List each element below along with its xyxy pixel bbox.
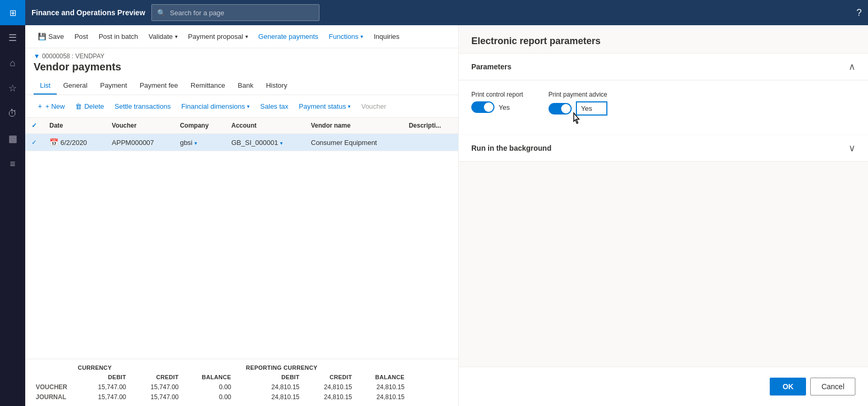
run-bg-expand-icon: ∨ <box>849 142 855 154</box>
panel-header: Electronic report parameters <box>459 25 868 54</box>
right-panel: Electronic report parameters Parameters … <box>458 25 868 406</box>
content-wrapper: 💾 Save Post Post in batch Validate ▾ Pay… <box>25 25 868 406</box>
post-button[interactable]: Post <box>70 29 92 44</box>
grid-icon: ⊞ <box>9 8 16 18</box>
debit-header: DEBIT <box>76 373 128 381</box>
command-bar: 💾 Save Post Post in batch Validate ▾ Pay… <box>25 25 458 48</box>
col-header-description: Descripti... <box>402 118 458 134</box>
tab-list[interactable]: List <box>34 77 57 95</box>
print-control-report-field: Print control report Yes <box>471 91 523 116</box>
table-container: ✓ Date Voucher Company Account Vendor na… <box>25 118 458 359</box>
parameters-section-content: Print control report Yes Print payment a… <box>459 80 868 134</box>
inquiries-button[interactable]: Inquiries <box>369 29 404 44</box>
voucher-button[interactable]: Voucher <box>357 100 390 113</box>
validate-button[interactable]: Validate ▾ <box>144 29 182 44</box>
voucher-row-label: VOUCHER <box>34 382 76 392</box>
new-button[interactable]: + + New <box>34 99 69 113</box>
cell-description <box>402 134 458 151</box>
payment-proposal-chevron: ▾ <box>245 34 248 39</box>
main-area: Finance and Operations Preview 🔍 Search … <box>25 0 868 406</box>
journal-rep-balance: 24,810.15 <box>354 392 407 402</box>
parameters-section-title: Parameters <box>471 63 511 71</box>
help-icon[interactable]: ? <box>856 7 862 18</box>
generate-payments-button[interactable]: Generate payments <box>254 29 323 44</box>
table-toolbar: + + New 🗑 Delete Settle transactions Fin… <box>25 95 458 118</box>
top-bar-right: ? <box>856 7 862 18</box>
print-control-value: Yes <box>499 103 510 111</box>
balance-header: BALANCE <box>181 373 233 381</box>
sidebar-item-workspaces[interactable]: ▦ <box>0 126 25 151</box>
filter-icon: ▼ <box>34 53 40 60</box>
breadcrumb: ▼ 00000058 : VENDPAY <box>34 53 450 60</box>
select-all-header[interactable]: ✓ <box>25 118 43 134</box>
page-title: Vendor payments <box>34 61 450 73</box>
sidebar-item-home[interactable]: ⌂ <box>0 50 25 76</box>
rep-debit-header: DEBIT <box>244 373 302 381</box>
app-icon[interactable]: ⊞ <box>0 0 25 25</box>
app-title: Finance and Operations Preview <box>32 8 145 17</box>
parameters-section: Parameters ∧ Print control report Yes <box>459 54 868 134</box>
cancel-button[interactable]: Cancel <box>810 378 855 395</box>
ok-button[interactable]: OK <box>770 378 806 395</box>
journal-rep-debit: 24,810.15 <box>244 392 302 402</box>
voucher-credit: 15,747.00 <box>128 382 181 392</box>
panel-title: Electronic report parameters <box>471 36 601 47</box>
parameters-section-header[interactable]: Parameters ∧ <box>459 54 868 80</box>
tab-payment[interactable]: Payment <box>94 77 133 95</box>
payment-status-button[interactable]: Payment status ▾ <box>295 100 355 113</box>
financial-dim-chevron: ▾ <box>247 103 250 109</box>
tab-history[interactable]: History <box>260 77 293 95</box>
save-button[interactable]: 💾 Save <box>34 29 68 44</box>
search-icon: 🔍 <box>157 9 166 17</box>
credit-header: CREDIT <box>128 373 181 381</box>
journal-credit: 15,747.00 <box>128 392 181 402</box>
tabs: List General Payment Payment fee Remitta… <box>25 77 458 95</box>
col-header-reporting-currency: REPORTING CURRENCY <box>244 363 407 372</box>
sidebar-item-recent[interactable]: ⏱ <box>0 101 25 126</box>
tab-payment-fee[interactable]: Payment fee <box>133 77 184 95</box>
delete-button[interactable]: 🗑 Delete <box>71 100 108 113</box>
rep-credit-header: CREDIT <box>302 373 354 381</box>
print-control-toggle[interactable] <box>471 101 494 113</box>
cell-account: GB_SI_000001▾ <box>225 134 305 151</box>
tab-bank[interactable]: Bank <box>232 77 260 95</box>
run-bg-section-title: Run in the background <box>471 144 551 152</box>
col-header-currency: CURRENCY <box>76 363 233 372</box>
print-payment-toggle[interactable] <box>549 103 572 114</box>
post-batch-button[interactable]: Post in batch <box>95 29 142 44</box>
settle-transactions-button[interactable]: Settle transactions <box>110 100 175 113</box>
company-dropdown-icon[interactable]: ▾ <box>194 140 197 146</box>
print-payment-advice-value-row <box>549 101 607 116</box>
save-icon: 💾 <box>38 33 46 40</box>
search-box[interactable]: 🔍 Search for a page <box>151 4 319 21</box>
tab-remittance[interactable]: Remittance <box>184 77 232 95</box>
sidebar-item-hamburger[interactable]: ☰ <box>0 25 25 50</box>
print-payment-advice-input[interactable] <box>576 101 607 116</box>
cell-date: 📅6/2/2020 <box>43 134 106 151</box>
payment-proposal-button[interactable]: Payment proposal ▾ <box>184 29 252 44</box>
new-icon: + <box>38 102 42 110</box>
sales-tax-button[interactable]: Sales tax <box>256 100 292 113</box>
financial-dimensions-button[interactable]: Financial dimensions ▾ <box>177 100 254 113</box>
col-header-voucher: Voucher <box>106 118 174 134</box>
search-placeholder: Search for a page <box>170 9 224 17</box>
cell-vendor-name: Consumer Equipment <box>305 134 402 151</box>
payment-status-chevron: ▾ <box>348 103 350 109</box>
col-header-date: Date <box>43 118 106 134</box>
col-header-vendor-name: Vendor name <box>305 118 402 134</box>
cell-voucher: APPM000007 <box>106 134 174 151</box>
row-select[interactable]: ✓ <box>25 134 43 151</box>
voucher-rep-debit: 24,810.15 <box>244 382 302 392</box>
sidebar-item-favorites[interactable]: ☆ <box>0 76 25 101</box>
functions-button[interactable]: Functions ▾ <box>325 29 367 44</box>
col-header-account: Account <box>225 118 305 134</box>
left-sidebar: ⊞ ☰ ⌂ ☆ ⏱ ▦ ≡ <box>0 0 25 406</box>
footer-totals: CURRENCY REPORTING CURRENCY DEBIT CREDIT… <box>25 359 458 406</box>
sidebar-item-modules[interactable]: ≡ <box>0 151 25 176</box>
tab-general[interactable]: General <box>57 77 94 95</box>
page-content: 💾 Save Post Post in batch Validate ▾ Pay… <box>25 25 458 406</box>
table-row[interactable]: ✓ 📅6/2/2020 APPM000007 gbsi▾ GB_SI_00000… <box>25 134 458 151</box>
run-bg-section-header[interactable]: Run in the background ∨ <box>459 135 868 162</box>
cell-company: gbsi▾ <box>173 134 225 151</box>
account-dropdown-icon[interactable]: ▾ <box>280 140 283 146</box>
